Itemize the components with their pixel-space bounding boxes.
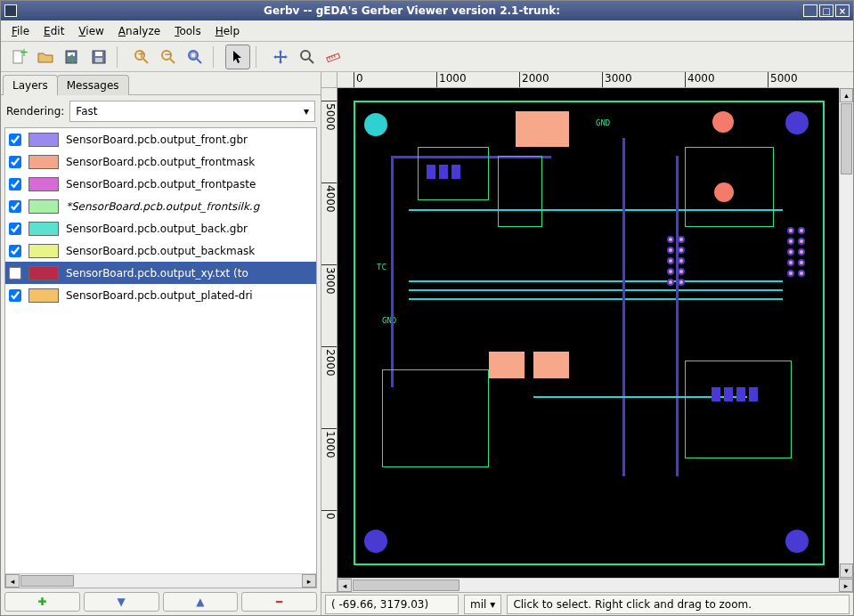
zoom-tool-button[interactable]: [295, 45, 320, 69]
menu-file[interactable]: File: [4, 22, 37, 40]
pcb-canvas[interactable]: GND GND TC: [338, 88, 839, 578]
layer-filename: SensorBoard.pcb.output_frontpaste: [66, 178, 256, 190]
svg-line-21: [334, 54, 335, 57]
menu-edit[interactable]: Edit: [37, 22, 71, 40]
layer-row[interactable]: SensorBoard.pcb.output_xy.txt (to: [5, 262, 316, 284]
scroll-track[interactable]: [75, 574, 302, 588]
maximize-button[interactable]: □: [819, 4, 834, 17]
trace: [622, 138, 625, 476]
layer-color-swatch[interactable]: [28, 288, 59, 303]
remove-layer-button[interactable]: ━: [241, 592, 317, 612]
svg-text:−: −: [164, 48, 173, 61]
open-button[interactable]: [33, 45, 58, 69]
rendering-row: Rendering: Fast ▾: [1, 95, 321, 127]
canvas-area: 01000200030004000500060 5000400030002000…: [321, 72, 853, 615]
ruler-tick: 0: [354, 72, 363, 87]
status-unit-select[interactable]: mil ▾: [464, 595, 501, 614]
main-body: Layers Messages Rendering: Fast ▾ Sensor…: [1, 72, 853, 615]
ruler-tick: 1000: [436, 72, 467, 87]
zoom-out-button[interactable]: −: [156, 45, 181, 69]
layer-visibility-checkbox[interactable]: [9, 134, 21, 146]
scroll-left-icon[interactable]: ◂: [338, 579, 352, 592]
measure-tool-button[interactable]: [321, 45, 346, 69]
layer-row[interactable]: SensorBoard.pcb.output_plated-dri: [5, 284, 316, 306]
ruler-spacer: [839, 72, 853, 88]
revert-button[interactable]: [60, 45, 85, 69]
status-unit-value: mil: [470, 598, 486, 611]
pointer-tool-button[interactable]: [225, 45, 250, 69]
layer-filename: SensorBoard.pcb.output_front.gbr: [66, 134, 248, 146]
pad: [736, 387, 745, 401]
svg-line-14: [197, 59, 201, 63]
trace: [409, 298, 783, 300]
pad: [427, 165, 435, 179]
trace: [676, 156, 679, 476]
scroll-thumb[interactable]: [841, 103, 852, 174]
layer-row[interactable]: SensorBoard.pcb.output_frontpaste: [5, 173, 316, 195]
layer-color-swatch[interactable]: [28, 133, 59, 147]
scroll-thumb[interactable]: [353, 580, 460, 591]
status-coordinates: ( -69.66, 3179.03): [325, 595, 459, 614]
canvas-hscroll[interactable]: ◂ ▸: [338, 578, 853, 592]
scroll-up-icon[interactable]: ▴: [840, 88, 853, 102]
tab-layers[interactable]: Layers: [3, 75, 58, 95]
scroll-track[interactable]: [460, 579, 839, 592]
layer-list[interactable]: SensorBoard.pcb.output_front.gbrSensorBo…: [4, 127, 317, 588]
ruler-tick: 0: [321, 510, 337, 520]
scroll-right-icon[interactable]: ▸: [839, 579, 853, 592]
layer-color-swatch[interactable]: [28, 155, 59, 169]
toolbar-separator: [117, 46, 124, 68]
scroll-down-icon[interactable]: ▾: [840, 563, 853, 578]
layer-row[interactable]: SensorBoard.pcb.output_frontmask: [5, 150, 316, 173]
ruler-tick: 4000: [321, 182, 337, 213]
layer-list-hscroll[interactable]: ◂ ▸: [5, 573, 316, 588]
menu-help[interactable]: Help: [208, 22, 247, 40]
layer-visibility-checkbox[interactable]: [9, 200, 21, 213]
scroll-thumb[interactable]: [20, 575, 74, 587]
layer-visibility-checkbox[interactable]: [9, 245, 21, 257]
close-button[interactable]: ×: [835, 4, 850, 17]
menu-analyze[interactable]: Analyze: [111, 22, 167, 40]
layer-row[interactable]: SensorBoard.pcb.output_backmask: [5, 239, 316, 262]
zoom-fit-button[interactable]: [183, 45, 207, 69]
tab-messages[interactable]: Messages: [57, 75, 129, 95]
layer-row[interactable]: SensorBoard.pcb.output_back.gbr: [5, 217, 316, 239]
layer-row[interactable]: *SensorBoard.pcb.output_frontsilk.g: [5, 195, 316, 217]
new-button[interactable]: +: [6, 45, 31, 69]
layer-color-swatch[interactable]: [28, 244, 59, 258]
scroll-left-icon[interactable]: ◂: [5, 574, 20, 588]
pad: [451, 165, 460, 179]
canvas-vscroll[interactable]: ▴ ▾: [839, 88, 853, 578]
menu-view[interactable]: View: [71, 22, 110, 40]
rendering-select[interactable]: Fast ▾: [69, 101, 315, 122]
layer-visibility-checkbox[interactable]: [9, 156, 21, 168]
ruler-tick: 3000: [321, 264, 337, 295]
ruler-tick: 3000: [602, 72, 632, 87]
layer-visibility-checkbox[interactable]: [9, 223, 21, 235]
zoom-in-button[interactable]: +: [129, 45, 154, 69]
layer-visibility-checkbox[interactable]: [9, 178, 21, 190]
layer-visibility-checkbox[interactable]: [9, 289, 21, 302]
ruler-tick: 5000: [321, 101, 337, 131]
save-button[interactable]: [86, 45, 111, 69]
minimize-button[interactable]: _: [803, 4, 817, 17]
layer-color-swatch[interactable]: [28, 222, 59, 236]
pad: [724, 387, 733, 401]
scroll-track[interactable]: [840, 175, 853, 563]
move-tool-button[interactable]: [268, 45, 293, 69]
layer-color-swatch[interactable]: [28, 199, 59, 214]
silkscreen-label: GND: [382, 316, 396, 325]
scroll-right-icon[interactable]: ▸: [302, 574, 316, 588]
layer-color-swatch[interactable]: [28, 177, 59, 191]
move-down-button[interactable]: ▼: [84, 592, 159, 612]
layer-color-swatch[interactable]: [28, 266, 59, 280]
menubar: File Edit View Analyze Tools Help: [1, 20, 853, 42]
layer-filename: SensorBoard.pcb.output_back.gbr: [66, 223, 248, 235]
layer-visibility-checkbox[interactable]: [9, 267, 21, 280]
layer-row[interactable]: SensorBoard.pcb.output_front.gbr: [5, 128, 316, 150]
layer-filename: SensorBoard.pcb.output_backmask: [66, 245, 255, 257]
ic-pad: [516, 111, 569, 147]
menu-tools[interactable]: Tools: [167, 22, 208, 40]
move-up-button[interactable]: ▲: [163, 592, 239, 612]
add-layer-button[interactable]: ✚: [4, 592, 80, 612]
